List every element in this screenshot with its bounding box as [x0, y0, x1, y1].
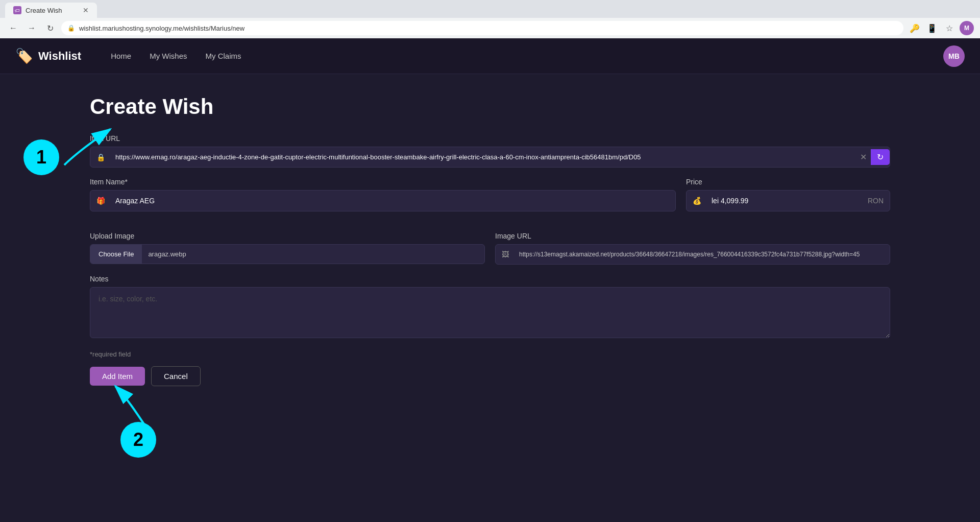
item-name-label: Item Name*	[90, 178, 676, 186]
price-group: Price 💰 RON	[686, 178, 890, 211]
user-avatar[interactable]: MB	[943, 45, 965, 67]
name-price-row: Item Name* 🎁 Price 💰 RON	[90, 178, 890, 222]
item-name-input-wrapper: 🎁	[90, 190, 676, 211]
main-content: Create Wish Item URL 🔒 ✕ ↻ Item Name* 🎁	[0, 74, 980, 407]
price-label: Price	[686, 178, 890, 186]
tab-title: Create Wish	[26, 7, 62, 14]
item-url-input-wrapper: 🔒 ✕ ↻	[90, 147, 890, 168]
browser-toolbar: ← → ↻ 🔒 wishlist.mariushosting.synology.…	[0, 18, 980, 38]
back-button[interactable]: ←	[6, 21, 20, 35]
upload-image-label: Upload Image	[90, 232, 485, 240]
navbar-end: MB	[943, 45, 965, 67]
browser-actions: 🔑 📱 ☆ M	[908, 21, 974, 35]
image-url-group: Image URL 🖼	[495, 232, 890, 265]
browser-tab[interactable]: 🏷 Create Wish ✕	[5, 3, 97, 18]
bookmark-icon[interactable]: ☆	[942, 21, 957, 35]
address-text: wishlist.mariushosting.synology.me/wishl…	[79, 25, 897, 32]
required-field-text: *required field	[90, 350, 890, 358]
price-input-wrapper: 💰 RON	[686, 190, 890, 211]
reload-button[interactable]: ↻	[43, 21, 57, 35]
navbar: 🏷️ Wishlist Home My Wishes My Claims MB	[0, 38, 980, 74]
image-url-input-wrapper: 🖼	[495, 244, 890, 265]
browser-profile-avatar[interactable]: M	[960, 21, 974, 35]
item-name-group: Item Name* 🎁	[90, 178, 676, 211]
form-wrapper: Item URL 🔒 ✕ ↻ Item Name* 🎁	[90, 134, 890, 386]
notes-group: Notes	[90, 275, 890, 340]
cast-icon[interactable]: 📱	[925, 21, 939, 35]
nav-my-claims[interactable]: My Claims	[197, 48, 251, 64]
upload-image-group: Upload Image Choose File aragaz.webp	[90, 232, 485, 265]
lock-icon: 🔒	[67, 25, 75, 32]
page-title: Create Wish	[90, 94, 890, 119]
image-url-label: Image URL	[495, 232, 890, 240]
password-manager-icon[interactable]: 🔑	[908, 21, 922, 35]
annotation-2-container: 2	[105, 381, 187, 463]
annotation-circle-2: 2	[120, 422, 156, 458]
item-url-group: Item URL 🔒 ✕ ↻	[90, 134, 890, 168]
browser-chrome: 🏷 Create Wish ✕ ← → ↻ 🔒 wishlist.mariush…	[0, 0, 980, 38]
upload-row: Upload Image Choose File aragaz.webp Ima…	[90, 232, 890, 265]
form-actions: Add Item Cancel	[90, 366, 890, 386]
notes-label: Notes	[90, 275, 890, 283]
choose-file-button[interactable]: Choose File	[90, 245, 142, 264]
annotation-arrow-2	[105, 381, 166, 432]
tab-favicon: 🏷	[13, 6, 21, 14]
price-input[interactable]	[707, 191, 862, 211]
currency-label: RON	[862, 197, 890, 205]
add-item-button[interactable]: Add Item	[90, 367, 145, 386]
url-refresh-button[interactable]: ↻	[871, 149, 890, 165]
file-upload-wrapper: Choose File aragaz.webp	[90, 244, 485, 264]
image-url-input[interactable]	[515, 245, 890, 264]
item-url-input[interactable]	[111, 147, 856, 167]
tab-close-button[interactable]: ✕	[83, 6, 89, 14]
url-clear-button[interactable]: ✕	[856, 152, 871, 162]
image-icon: 🖼	[496, 250, 515, 258]
navbar-nav: Home My Wishes My Claims	[102, 48, 250, 64]
nav-home[interactable]: Home	[102, 48, 140, 64]
cancel-button[interactable]: Cancel	[151, 366, 201, 386]
annotation-circle-1: 1	[23, 139, 59, 175]
navbar-brand: 🏷️ Wishlist	[15, 48, 81, 64]
price-icon: 💰	[687, 197, 707, 205]
app-container: 🏷️ Wishlist Home My Wishes My Claims MB …	[0, 38, 980, 522]
item-url-label: Item URL	[90, 134, 890, 143]
item-name-input[interactable]	[111, 191, 675, 211]
address-bar[interactable]: 🔒 wishlist.mariushosting.synology.me/wis…	[61, 21, 903, 35]
browser-tabs: 🏷 Create Wish ✕	[0, 0, 980, 18]
forward-button[interactable]: →	[24, 21, 39, 35]
file-name-display: aragaz.webp	[142, 250, 192, 258]
brand-icon: 🏷️	[15, 48, 33, 64]
nav-my-wishes[interactable]: My Wishes	[140, 48, 196, 64]
url-lock-icon: 🔒	[90, 153, 111, 161]
brand-name: Wishlist	[38, 50, 81, 63]
notes-textarea[interactable]	[90, 287, 890, 338]
gift-icon: 🎁	[90, 197, 111, 205]
